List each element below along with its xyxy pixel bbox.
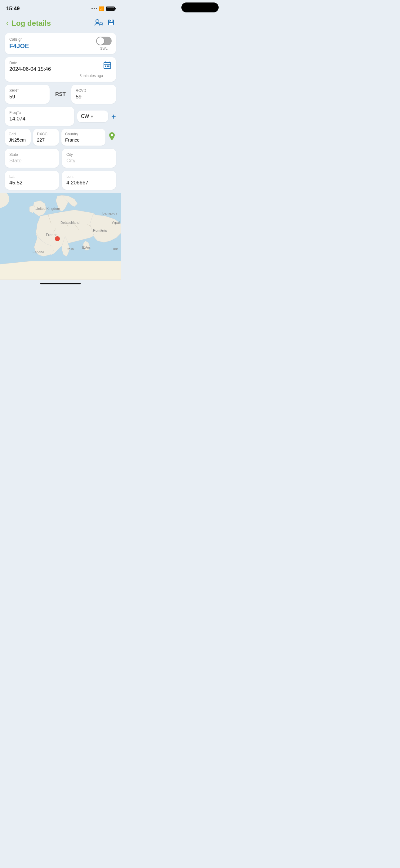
city-placeholder[interactable]: City [66,158,112,164]
status-time: 15:49 [6,6,20,12]
calendar-icon[interactable] [103,61,112,71]
state-card: State State [5,149,59,168]
back-button[interactable]: ‹ [6,20,8,27]
add-mode-button[interactable]: + [111,113,116,120]
date-ago: 3 minutes ago [9,73,103,78]
svg-point-12 [111,134,113,136]
lat-lon-row: Lat. 45.52 Lon. 4.206667 [5,171,116,190]
date-value[interactable]: 2024-06-04 15:46 [9,66,103,72]
svg-text:France: France [46,233,58,237]
svg-text:Беларусь: Беларусь [102,211,117,215]
freq-card: FreqTx 14.074 [5,107,74,126]
svg-rect-3 [109,20,112,22]
callsign-card: Callsign F4JOE SWL [5,33,116,54]
svg-rect-11 [108,65,109,67]
svg-rect-9 [105,65,106,67]
home-bar [40,283,80,284]
freq-value[interactable]: 14.074 [9,116,70,122]
svg-rect-4 [109,23,113,25]
wifi-icon: 📶 [99,6,104,11]
country-label: Country [65,132,102,136]
callsign-label: Callsign [9,37,29,41]
freq-row: FreqTx 14.074 CW ▾ + [5,107,116,126]
page-title: Log details [11,19,94,28]
state-placeholder[interactable]: State [9,158,55,164]
state-city-row: State State City City [5,149,116,168]
rcvd-card: RCVD 59 [71,85,116,104]
rst-center-label: RST [53,85,68,104]
svg-text:United Kingdom: United Kingdom [36,207,60,211]
svg-text:România: România [93,228,107,232]
header-icons [94,19,115,28]
lat-value[interactable]: 45.52 [9,180,55,186]
location-pin-icon[interactable] [108,132,116,143]
lon-label: Lon. [66,175,112,179]
svg-text:Italia: Italia [67,247,74,251]
grid-label: Grid [9,132,27,136]
status-bar: 15:49 📶 [0,0,121,16]
svg-text:Türk: Türk [111,247,118,251]
chevron-down-icon: ▾ [91,114,93,119]
grid-dxcc-country-row: Grid JN25cm DXCC 227 Country France [5,129,116,146]
signal-dots [92,8,97,9]
rcvd-value[interactable]: 59 [76,94,112,100]
mode-select[interactable]: CW ▾ [77,111,108,122]
sent-value[interactable]: 59 [9,94,45,100]
lat-label: Lat. [9,175,55,179]
city-label: City [66,152,112,157]
svg-text:Украї: Украї [112,221,120,224]
map-container[interactable]: United Kingdom Deutschland France España… [0,193,121,280]
svg-rect-10 [107,65,108,67]
svg-text:Ελλάς: Ελλάς [82,246,91,249]
svg-text:Deutschland: Deutschland [61,221,79,224]
lon-card: Lon. 4.206667 [62,171,116,190]
callsign-value[interactable]: F4JOE [9,42,29,50]
grid-value[interactable]: JN25cm [9,137,27,143]
content: Callsign F4JOE SWL Date 2024-06-04 15:46… [0,33,121,190]
sent-label: SENT [9,89,45,93]
swl-section: SWL [96,37,112,50]
lat-card: Lat. 45.52 [5,171,59,190]
freq-label: FreqTx [9,111,70,115]
svg-point-0 [96,20,99,23]
rcvd-label: RCVD [76,89,112,93]
dxcc-label: DXCC [37,132,55,136]
country-value[interactable]: France [65,137,102,143]
header: ‹ Log details [0,16,121,33]
search-person-icon[interactable] [94,19,103,28]
swl-label: SWL [100,46,108,50]
swl-toggle[interactable] [96,37,112,45]
country-card: Country France [61,129,105,146]
svg-rect-5 [110,20,111,22]
status-icons: 📶 [92,6,115,11]
date-card: Date 2024-06-04 15:46 3 minutes ago [5,57,116,82]
battery-icon [106,6,115,11]
svg-point-30 [55,236,60,241]
svg-rect-7 [105,61,106,63]
date-field: Date 2024-06-04 15:46 3 minutes ago [9,61,103,78]
toggle-knob [97,37,104,45]
state-label: State [9,152,55,157]
mode-value: CW [81,114,89,119]
dxcc-value[interactable]: 227 [37,137,55,143]
callsign-field: Callsign F4JOE [9,37,29,50]
rst-row: SENT 59 RST RCVD 59 [5,85,116,104]
dxcc-card: DXCC 227 [33,129,59,146]
save-icon[interactable] [107,19,115,28]
lon-value[interactable]: 4.206667 [66,180,112,186]
grid-card: Grid JN25cm [5,129,31,146]
sent-card: SENT 59 [5,85,49,104]
home-indicator [0,280,121,287]
svg-text:España: España [33,250,44,254]
date-label: Date [9,61,103,65]
city-card: City City [62,149,116,168]
svg-rect-8 [109,61,109,63]
